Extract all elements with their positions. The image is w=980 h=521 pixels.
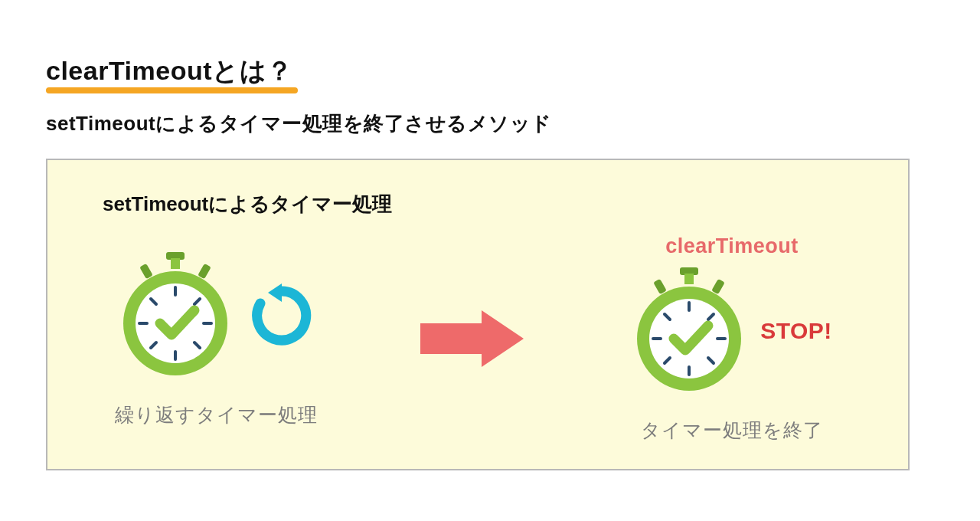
stopwatch-icon [632, 266, 746, 396]
page-title: clearTimeoutとは？ [46, 54, 293, 89]
diagram-panel: setTimeoutによるタイマー処理 [46, 159, 910, 470]
arrow-icon [394, 304, 547, 373]
diagram-row: 繰り返すタイマー処理 clearTimeout [86, 234, 870, 443]
panel-heading: setTimeoutによるタイマー処理 [103, 191, 870, 218]
svg-rect-1 [171, 258, 180, 269]
stop-label: STOP! [760, 318, 832, 344]
left-group: 繰り返すタイマー処理 [86, 251, 346, 428]
stopwatch-icon [118, 251, 233, 381]
svg-rect-19 [711, 279, 725, 295]
svg-rect-3 [198, 263, 211, 279]
left-caption: 繰り返すタイマー処理 [115, 402, 318, 428]
right-group: clearTimeout [594, 234, 870, 443]
svg-marker-14 [268, 283, 282, 302]
right-header: clearTimeout [665, 234, 799, 258]
loop-icon [250, 283, 314, 348]
svg-rect-17 [684, 274, 694, 284]
svg-rect-2 [139, 263, 153, 279]
svg-rect-18 [653, 279, 667, 295]
svg-marker-15 [420, 310, 524, 367]
page-subtitle: setTimeoutによるタイマー処理を終了させるメソッド [46, 110, 934, 137]
right-caption: タイマー処理を終了 [641, 418, 823, 443]
